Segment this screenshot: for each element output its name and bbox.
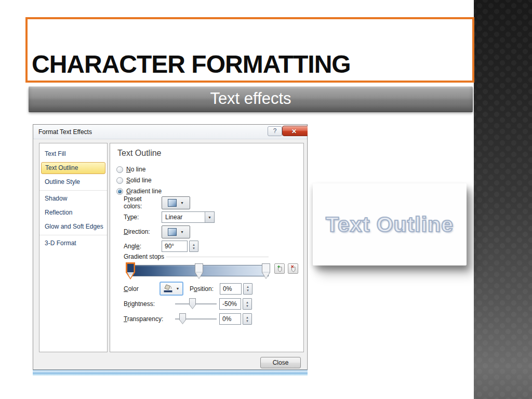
transparency-spinner[interactable]: 0% ▲▼: [219, 313, 252, 325]
slider-track[interactable]: [175, 303, 217, 304]
slide-side-texture: [474, 0, 532, 399]
slider-thumb[interactable]: [189, 298, 196, 309]
text-outline-sample-card: Text Outline: [313, 183, 467, 265]
add-gradient-stop-button[interactable]: [274, 263, 285, 274]
nav-item-outline-style[interactable]: Outline Style: [39, 175, 107, 189]
spinner-arrows[interactable]: ▲▼: [189, 241, 198, 252]
direction-row: Direction: ▼: [124, 225, 190, 238]
remove-gradient-stop-button[interactable]: [288, 263, 298, 274]
format-text-effects-dialog: Format Text Effects ? ✕ Text Fill Text O…: [33, 124, 308, 370]
label-part: :: [140, 243, 141, 250]
slide-title-box: CHARACTER FORMATTING: [25, 17, 474, 83]
radio-label: Solid line: [126, 177, 152, 184]
close-button[interactable]: Close: [260, 357, 301, 368]
spin-up-icon[interactable]: ▲: [246, 285, 249, 288]
label-part: Angl: [124, 243, 136, 250]
angle-label: Angle:: [124, 243, 162, 250]
group-divider: [166, 257, 269, 257]
nav-item-text-fill[interactable]: Text Fill: [39, 147, 107, 161]
type-select-value: Linear: [162, 214, 205, 221]
direction-label: Direction:: [124, 228, 162, 235]
spin-down-icon[interactable]: ▼: [246, 320, 249, 323]
color-dropdown[interactable]: ▼: [159, 282, 183, 296]
radio-icon[interactable]: [116, 177, 123, 184]
chevron-down-icon: ▼: [208, 216, 211, 219]
position-spinner[interactable]: 0% ▲▼: [220, 283, 252, 295]
gradient-stop-2[interactable]: [195, 263, 203, 279]
slider-thumb[interactable]: [179, 313, 186, 324]
spinner-arrows[interactable]: ▲▼: [243, 298, 252, 310]
radio-checked-icon[interactable]: [116, 188, 123, 195]
type-row: Type: Linear ▼: [124, 210, 215, 224]
nav-item-3d-format[interactable]: 3-D Format: [39, 236, 107, 250]
select-button[interactable]: ▼: [205, 212, 214, 222]
brightness-slider[interactable]: [175, 297, 217, 311]
spin-down-icon[interactable]: ▼: [192, 247, 195, 250]
nav-item-shadow[interactable]: Shadow: [39, 192, 107, 206]
gradient-swatch-icon: [168, 199, 177, 207]
slide-subtitle-bar: Text effects: [29, 86, 473, 111]
gradient-swatch-icon: [168, 228, 177, 236]
radio-solid-line[interactable]: Solid line: [116, 176, 152, 185]
brightness-spinner[interactable]: -50% ▲▼: [219, 298, 252, 310]
gradient-stop-1-selected[interactable]: [126, 262, 135, 280]
chevron-down-icon: ▼: [180, 201, 184, 205]
transparency-slider[interactable]: [175, 312, 217, 326]
close-window-button[interactable]: ✕: [282, 126, 308, 136]
label-part: T: [124, 214, 127, 221]
nav-item-reflection[interactable]: Reflection: [39, 206, 107, 220]
position-label: Position:: [190, 285, 215, 292]
direction-dropdown[interactable]: ▼: [162, 225, 190, 238]
label-part: pe:: [130, 214, 139, 221]
slide-subtitle: Text effects: [210, 89, 291, 108]
label-part: D: [124, 228, 128, 235]
spinner-arrows[interactable]: ▲▼: [243, 283, 252, 295]
panel-heading: Text Outline: [117, 149, 161, 158]
radio-no-line[interactable]: No line: [116, 165, 145, 174]
spinner-arrows[interactable]: ▲▼: [243, 313, 252, 325]
label-part: S: [126, 177, 130, 184]
nav-item-text-outline[interactable]: Text Outline: [41, 162, 105, 174]
position-value[interactable]: 0%: [220, 283, 242, 295]
text-outline-sample: Text Outline: [326, 212, 454, 237]
fill-color-icon: [164, 284, 174, 294]
radio-label: Gradient line: [126, 188, 162, 195]
transparency-label: Transparency:: [124, 315, 175, 323]
radio-icon[interactable]: [116, 166, 123, 173]
gradient-stop-3[interactable]: [262, 263, 270, 279]
label-part: radient line: [131, 188, 162, 195]
label-part: e: [136, 243, 140, 250]
preset-colors-dropdown[interactable]: ▼: [162, 196, 190, 209]
spin-up-icon[interactable]: ▲: [192, 243, 195, 246]
label-part: sition:: [197, 285, 214, 292]
brightness-value[interactable]: -50%: [219, 298, 241, 310]
angle-spinner[interactable]: 90° ▲▼: [162, 241, 198, 252]
label-part: ransparency:: [127, 315, 163, 323]
transparency-value[interactable]: 0%: [219, 313, 241, 325]
radio-gradient-line[interactable]: Gradient line: [116, 187, 162, 196]
chevron-down-icon: ▼: [180, 230, 184, 234]
transparency-row: Transparency: 0% ▲▼: [124, 312, 252, 326]
spin-up-icon[interactable]: ▲: [246, 316, 249, 319]
help-button[interactable]: ?: [268, 126, 282, 136]
dialog-titlebar[interactable]: Format Text Effects ? ✕: [33, 125, 307, 139]
brightness-row: Brightness: -50% ▲▼: [124, 297, 252, 311]
chevron-down-icon: ▼: [176, 287, 180, 290]
add-gradient-stop-icon: [276, 265, 283, 273]
slide-canvas: CHARACTER FORMATTING Text effects Format…: [0, 0, 532, 399]
dialog-title: Format Text Effects: [38, 128, 92, 136]
label-part: ightness:: [130, 300, 155, 308]
type-select[interactable]: Linear ▼: [162, 211, 215, 223]
spin-down-icon[interactable]: ▼: [246, 289, 249, 292]
spin-up-icon[interactable]: ▲: [246, 301, 249, 304]
dialog-screenshot: Format Text Effects ? ✕ Text Fill Text O…: [33, 124, 308, 376]
label-part: olid line: [130, 177, 152, 184]
label-part: G: [126, 188, 131, 195]
help-icon: ?: [273, 127, 277, 135]
label-part: o: [194, 285, 197, 292]
angle-value[interactable]: 90°: [162, 241, 188, 252]
label-part: irection:: [128, 228, 150, 235]
nav-item-glow-soft-edges[interactable]: Glow and Soft Edges: [39, 220, 107, 234]
gradient-stops-label: Gradient stops: [124, 253, 164, 260]
spin-down-icon[interactable]: ▼: [246, 304, 249, 308]
